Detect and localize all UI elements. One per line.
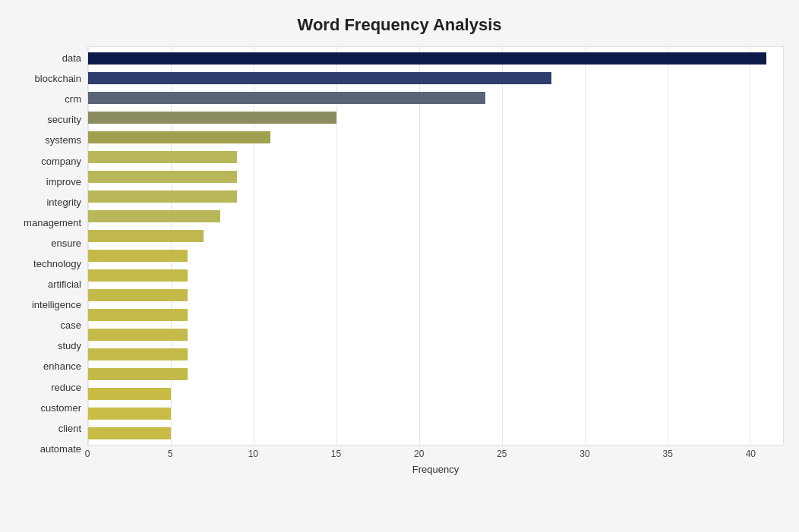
chart-container: Word Frequency Analysis datablockchaincr… [0, 0, 799, 532]
bar-row [88, 425, 783, 442]
y-label: crm [65, 91, 81, 108]
y-label: company [41, 153, 81, 169]
bar [88, 190, 237, 203]
y-label: case [61, 317, 81, 334]
bar-row [88, 149, 783, 165]
bar-row [88, 287, 783, 304]
y-label: automate [40, 440, 81, 457]
x-tick: 10 [245, 449, 261, 459]
y-label: study [58, 338, 81, 354]
x-tick: 35 [660, 449, 675, 459]
y-label: artificial [48, 276, 81, 293]
bar-row [88, 267, 783, 284]
bar-row [88, 70, 783, 87]
x-axis: 0510152025303540 Frequency [87, 445, 784, 483]
bars-section [87, 46, 784, 445]
y-label: reduce [51, 379, 81, 395]
y-label: enhance [43, 358, 81, 375]
bar [88, 92, 485, 104]
bar [88, 348, 188, 360]
bar [88, 210, 220, 222]
bar [88, 289, 188, 301]
bar-row [88, 109, 783, 126]
y-label: customer [41, 399, 81, 416]
bar [88, 250, 188, 262]
bar [88, 171, 237, 183]
bar [88, 52, 766, 65]
chart-area: datablockchaincrmsecuritysystemscompanyi… [15, 46, 784, 483]
bar [88, 329, 188, 341]
bar [88, 408, 171, 420]
y-label: technology [33, 255, 81, 272]
bar-row [88, 405, 783, 422]
bar-row [88, 90, 783, 106]
bar [88, 368, 188, 380]
y-label: systems [45, 132, 81, 149]
x-tick: 15 [329, 449, 344, 459]
bars-and-x: 0510152025303540 Frequency [87, 46, 784, 483]
bar [88, 230, 204, 242]
bar [88, 72, 551, 84]
x-tick: 25 [494, 449, 510, 459]
y-label: ensure [51, 235, 81, 251]
bar [88, 269, 188, 282]
y-label: management [24, 214, 81, 231]
bar-row [88, 188, 783, 205]
y-label: improve [46, 173, 81, 190]
x-tick: 5 [163, 449, 178, 459]
x-tick: 20 [412, 449, 427, 459]
x-tick: 30 [577, 449, 592, 459]
x-tick: 40 [743, 449, 758, 459]
bar [88, 151, 237, 163]
bar-row [88, 228, 783, 244]
bar [88, 112, 336, 124]
y-axis: datablockchaincrmsecuritysystemscompanyi… [15, 46, 87, 483]
chart-title: Word Frequency Analysis [15, 8, 784, 46]
bar-row [88, 129, 783, 146]
bar-row [88, 247, 783, 264]
bar-row [88, 50, 783, 67]
y-label: data [62, 50, 81, 67]
bar-row [88, 326, 783, 343]
y-label: intelligence [32, 297, 81, 313]
bar-row [88, 386, 783, 402]
bars-inner [88, 47, 783, 445]
x-ticks: 0510152025303540 [87, 445, 784, 461]
y-label: blockchain [35, 71, 81, 87]
bar-row [88, 307, 783, 323]
y-label: security [47, 112, 81, 128]
bar [88, 131, 270, 143]
x-tick: 0 [80, 449, 95, 459]
bar-row [88, 366, 783, 382]
x-axis-label: Frequency [87, 461, 784, 475]
bar [88, 388, 171, 400]
bar-row [88, 208, 783, 225]
y-label: client [58, 420, 81, 436]
bar [88, 309, 188, 321]
bar-row [88, 168, 783, 185]
bar [88, 427, 171, 439]
y-label: integrity [46, 194, 81, 210]
bar-row [88, 346, 783, 363]
